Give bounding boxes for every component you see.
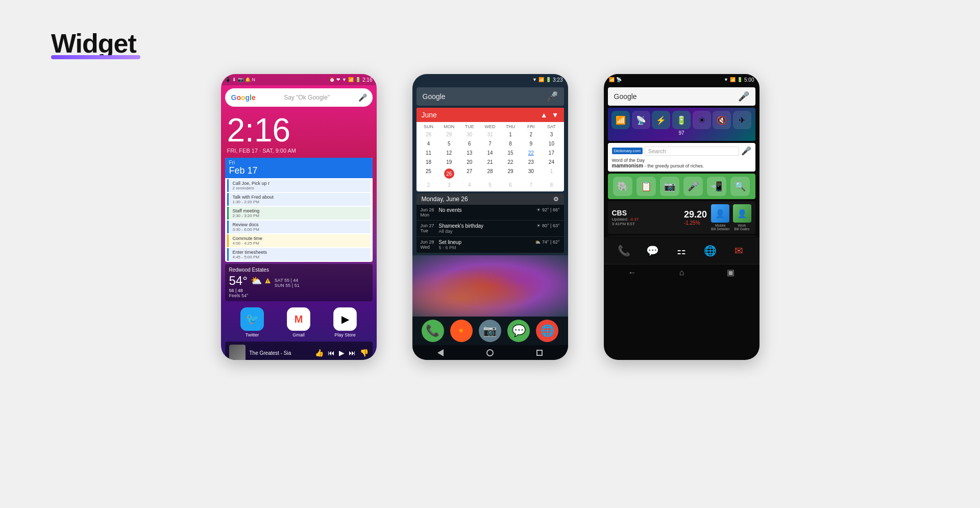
phone3-stock: CBS Updated: -0.37 3:41PM EST 29.20 -1.2… [608, 201, 755, 234]
cal2-days: 28293031123 45678910 11121314152217 1819… [419, 130, 562, 189]
mic-shortcut[interactable]: 🎤 [683, 177, 703, 196]
stock-info: CBS Updated: -0.37 3:41PM EST [612, 209, 639, 226]
phone1-status-left: 📱⬇📷🔔N [225, 77, 256, 82]
settings-icon[interactable]: ⚙ [553, 196, 559, 203]
bill-detwiler-avatar: 👤 [711, 204, 729, 223]
cal-event-1: Call Joe, Pick up r 2 reminders [227, 179, 371, 192]
phone3-apps-icon[interactable]: ⚏ [671, 240, 692, 261]
twitter-app-icon[interactable]: 🐦 Twitter [240, 307, 264, 337]
contact-work[interactable]: 👤 WorkBill Gates [733, 204, 751, 231]
cal2-header: June ▲ ▼ [416, 108, 564, 122]
phone2-camera-icon[interactable]: 📷 [479, 320, 501, 342]
cal-up-icon[interactable]: ▲ [541, 111, 548, 119]
phone3-recents-button[interactable]: ▣ [727, 268, 734, 277]
phone3-dock: 📞 💬 ⚏ 🌐 ✉ [604, 237, 760, 264]
phone2-chrome-icon[interactable]: 🌐 [536, 320, 558, 342]
title-underline [51, 55, 140, 59]
music-controls[interactable]: 👍 ⏮ ▶ ⏭ 👎 [315, 349, 369, 357]
playstore-app-icon[interactable]: ▶ Play Store [333, 307, 357, 337]
cal-header: Fri Feb 17 [225, 158, 373, 178]
phone2-navbar [412, 345, 568, 360]
phone3-status-right: ▼📶🔋 5:00 [724, 77, 754, 83]
phone3-shortcuts: 🐘 📋 📷 🎤 📲 🔍 [608, 174, 755, 199]
wotd-content: mammonism - the greedy pursuit of riches… [612, 163, 751, 168]
phone2: ▼📶🔋 3:23 Google 🎤 June ▲ ▼ SUNMONTUEWEDT… [412, 74, 568, 360]
phone1-app-icons: 🐦 Twitter M Gmail ▶ Play Store [221, 303, 377, 342]
cal-event-4: Review docs 3:30 - 6:00 PM [227, 221, 371, 233]
phone2-recents-button[interactable] [536, 350, 543, 356]
phone3-chrome-icon[interactable]: 🌐 [700, 240, 720, 261]
phone3-sms-icon[interactable]: 💬 [643, 240, 663, 261]
play-icon[interactable]: ▶ [339, 349, 345, 357]
shortcut-row: 🐘 📋 📷 🎤 📲 🔍 [611, 177, 752, 196]
dislike-icon[interactable]: 👎 [360, 349, 369, 357]
phone1: 📱⬇📷🔔N ⏰❤▼📶🔋 2:16 Google Say "Ok Google" … [221, 74, 377, 360]
phone2-statusbar: ▼📶🔋 3:23 [412, 74, 568, 85]
phone3-divider [608, 236, 755, 236]
phone2-date-header: Monday, June 26 ⚙ [416, 193, 564, 205]
power-toggle[interactable]: ⚡ [652, 111, 670, 136]
airplane-toggle[interactable]: ✈ [733, 111, 751, 136]
dict-mic-icon[interactable]: 🎤 [741, 146, 751, 156]
next-icon[interactable]: ⏭ [349, 349, 356, 357]
phone3: 📶📡 ▼📶🔋 5:00 Google 🎤 📶 📡 ⚡ [604, 74, 760, 360]
cal-event-5: Commute time 4:00 - 4:25 PM [227, 234, 371, 247]
search-shortcut[interactable]: 🔍 [730, 177, 750, 196]
prev-icon[interactable]: ⏮ [328, 349, 335, 357]
phone1-weather: Redwood Estates 54° ⛅ ⚠️ 56 | 48 Feels 5… [225, 264, 373, 301]
leaf-decoration [412, 255, 568, 317]
phone1-music: The Greatest - Sia 👍 ⏮ ▶ ⏭ 👎 [225, 342, 373, 360]
phone2-back-button[interactable] [437, 349, 444, 356]
phone1-clock: 2:16 [227, 114, 371, 147]
cal-event-6: Enter timesheets 4:45 - 5:00 PM [227, 248, 371, 261]
phone3-gmail-icon[interactable]: ✉ [728, 240, 749, 261]
phone1-google-bar[interactable]: Google Say "Ok Google" 🎤 [225, 88, 373, 107]
phone1-search-text: Say "Ok Google" [259, 94, 355, 101]
evernote-shortcut[interactable]: 🐘 [613, 177, 632, 196]
phone3-phone-icon[interactable]: 📞 [614, 240, 634, 261]
phone2-hangouts-icon[interactable]: 💬 [507, 320, 530, 342]
phone3-back-button[interactable]: ← [628, 268, 636, 277]
battery-widget: 🔋 97 [672, 111, 691, 136]
phone2-bg-image [412, 255, 568, 317]
phone2-google-bar[interactable]: Google 🎤 [416, 87, 564, 106]
phone3-dictionary: Dictionary.com Search 🎤 Word of the Day … [608, 143, 755, 172]
phone1-calendar: Fri Feb 17 Call Joe, Pick up r 2 reminde… [225, 158, 373, 262]
clipboard-shortcut[interactable]: 📋 [636, 177, 656, 196]
dict-search-input[interactable]: Search [645, 147, 739, 156]
dict-search-row: Dictionary.com Search 🎤 [612, 146, 751, 156]
toggle-row-1: 📶 📡 ⚡ 🔋 97 ☀ 🔇 ✈ [611, 111, 752, 136]
like-icon[interactable]: 👍 [315, 349, 324, 357]
phone3-mic-icon[interactable]: 🎤 [738, 91, 749, 102]
wotd-label: Word of the Day [612, 158, 751, 163]
stock-contacts: 👤 MobileBill Detwiler 👤 WorkBill Gates [711, 204, 751, 231]
phone3-home-button[interactable]: ⌂ [679, 268, 684, 277]
event-row-1: Jun 26 Mon No events ☀ 92° | 66° [416, 205, 564, 221]
cal2-nav[interactable]: ▲ ▼ [541, 111, 559, 119]
phone2-maps-icon[interactable]: 🔸 [450, 320, 473, 342]
phone2-home-button[interactable] [486, 349, 494, 356]
signal-toggle[interactable]: 📡 [632, 111, 650, 136]
gmail-app-icon[interactable]: M Gmail [287, 307, 310, 337]
phone2-phone-icon[interactable]: 📞 [422, 320, 444, 342]
dictionary-logo: Dictionary.com [612, 148, 643, 154]
share-shortcut[interactable]: 📲 [707, 177, 726, 196]
sound-toggle[interactable]: 🔇 [713, 111, 731, 136]
phone1-statusbar: 📱⬇📷🔔N ⏰❤▼📶🔋 2:16 [221, 74, 377, 85]
brightness-toggle[interactable]: ☀ [693, 111, 711, 136]
google-logo: Google [231, 93, 256, 102]
cal-down-icon[interactable]: ▼ [552, 111, 559, 119]
cal2-daynames: SUNMONTUEWEDTHUFRISAT [419, 124, 562, 129]
bill-gates-avatar: 👤 [733, 204, 751, 223]
phone1-date: FRI, FEB 17 · SAT, 9:00 AM [227, 148, 371, 154]
phone2-mic-icon[interactable]: 🎤 [547, 91, 558, 102]
cal-event-2: Talk with Fred about 1:30 - 2:20 PM [227, 193, 371, 206]
contact-mobile[interactable]: 👤 MobileBill Detwiler [711, 204, 730, 231]
phone1-mic-icon[interactable]: 🎤 [358, 93, 366, 102]
camera-shortcut[interactable]: 📷 [660, 177, 679, 196]
wifi-toggle[interactable]: 📶 [611, 111, 630, 136]
phone2-events: Monday, June 26 ⚙ Jun 26 Mon No events ☀… [416, 193, 564, 253]
phone3-statusbar: 📶📡 ▼📶🔋 5:00 [604, 74, 760, 85]
phone3-google-bar[interactable]: Google 🎤 [608, 87, 755, 106]
event-row-2: Jun 27 Tue Shameek's birthday All day ☀ … [416, 221, 564, 237]
